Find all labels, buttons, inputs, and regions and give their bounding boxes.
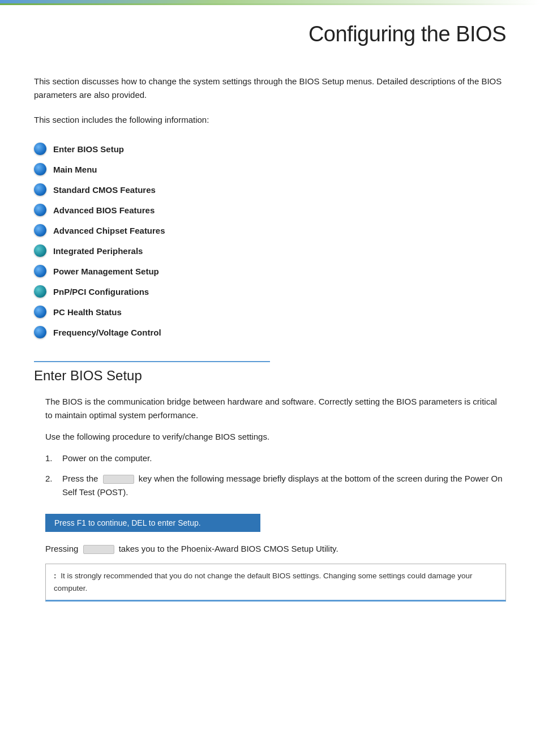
toc-label-1: Enter BIOS Setup bbox=[53, 144, 124, 154]
enter-bios-para2: Use the following procedure to verify/ch… bbox=[45, 430, 506, 444]
del-key-placeholder-2 bbox=[83, 545, 114, 554]
toc-label-2: Main Menu bbox=[53, 165, 97, 174]
bios-steps-list: 1. Power on the computer. 2. Press the k… bbox=[45, 452, 506, 499]
enter-bios-para1: The BIOS is the communication bridge bet… bbox=[45, 395, 506, 422]
list-item: PnP/PCI Configurations bbox=[34, 285, 506, 298]
list-item: Advanced BIOS Features bbox=[34, 204, 506, 216]
toc-list: Enter BIOS Setup Main Menu Standard CMOS… bbox=[34, 143, 506, 338]
list-item: Power Management Setup bbox=[34, 265, 506, 277]
intro-paragraph-2: This section includes the following info… bbox=[34, 113, 506, 127]
toc-label-10: Frequency/Voltage Control bbox=[53, 328, 161, 337]
list-item: Standard CMOS Features bbox=[34, 183, 506, 196]
step-number-2: 2. bbox=[45, 472, 62, 499]
intro-paragraph-1: This section discusses how to change the… bbox=[34, 75, 506, 102]
list-item: Main Menu bbox=[34, 163, 506, 175]
bullet-icon-1 bbox=[34, 143, 46, 155]
list-item: Integrated Peripherals bbox=[34, 244, 506, 257]
bullet-icon-7 bbox=[34, 265, 46, 277]
bullet-icon-8 bbox=[34, 285, 46, 298]
bullet-icon-6 bbox=[34, 244, 46, 257]
toc-label-9: PC Health Status bbox=[53, 307, 122, 317]
bullet-icon-9 bbox=[34, 306, 46, 318]
toc-label-4: Advanced BIOS Features bbox=[53, 205, 155, 215]
pressing-line: Pressing takes you to the Phoenix-Award … bbox=[45, 542, 506, 556]
toc-label-7: Power Management Setup bbox=[53, 267, 159, 276]
pressing-text-before: Pressing bbox=[45, 544, 78, 553]
press-message-box: Press F1 to continue, DEL to enter Setup… bbox=[45, 514, 260, 532]
toc-label-6: Integrated Peripherals bbox=[53, 246, 143, 256]
page-wrapper: Configuring the BIOS This section discus… bbox=[0, 0, 540, 756]
bullet-icon-5 bbox=[34, 224, 46, 237]
toc-label-8: PnP/PCI Configurations bbox=[53, 287, 149, 297]
bullet-icon-10 bbox=[34, 326, 46, 338]
warning-text: It is strongly recommended that you do n… bbox=[54, 572, 472, 592]
bullet-icon-3 bbox=[34, 183, 46, 196]
warning-label: : bbox=[54, 572, 57, 580]
list-item: 1. Power on the computer. bbox=[45, 452, 506, 465]
bullet-icon-4 bbox=[34, 204, 46, 216]
enter-bios-body: The BIOS is the communication bridge bet… bbox=[34, 395, 506, 602]
toc-label-3: Standard CMOS Features bbox=[53, 185, 156, 195]
bullet-icon-2 bbox=[34, 163, 46, 175]
pressing-text-after: takes you to the Phoenix-Award BIOS CMOS… bbox=[119, 544, 338, 553]
step2-text-before: Press the bbox=[62, 474, 98, 483]
list-item: PC Health Status bbox=[34, 306, 506, 318]
list-item: Frequency/Voltage Control bbox=[34, 326, 506, 338]
step-text-1: Power on the computer. bbox=[62, 452, 506, 465]
step-number-1: 1. bbox=[45, 452, 62, 465]
warning-box: : It is strongly recommended that you do… bbox=[45, 564, 506, 602]
page-title: Configuring the BIOS bbox=[34, 22, 506, 46]
list-item: Advanced Chipset Features bbox=[34, 224, 506, 237]
del-key-placeholder bbox=[103, 475, 134, 484]
main-content: Configuring the BIOS This section discus… bbox=[0, 5, 540, 624]
list-item: 2. Press the key when the following mess… bbox=[45, 472, 506, 499]
enter-bios-heading: Enter BIOS Setup bbox=[34, 362, 506, 384]
list-item: Enter BIOS Setup bbox=[34, 143, 506, 155]
step-text-2: Press the key when the following message… bbox=[62, 472, 506, 499]
toc-label-5: Advanced Chipset Features bbox=[53, 226, 165, 235]
